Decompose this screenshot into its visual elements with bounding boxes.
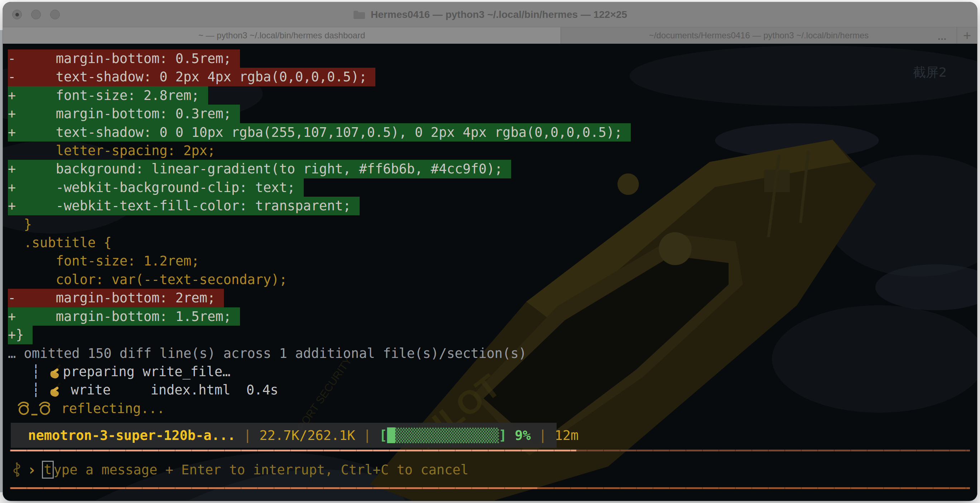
terminal-row: + margin-bottom: 1.5rem; — [8, 307, 977, 326]
model-name: nemotron-3-super-120b-a... — [28, 428, 235, 443]
terminal-row: - margin-bottom: 2rem; — [8, 289, 977, 307]
terminal-row: ┆ preparing write_file… — [8, 363, 977, 381]
input-placeholder: ype a message + Enter to interrupt, Ctrl… — [54, 462, 469, 478]
tab-dashboard-label: ~ — python3 ~/.local/bin/hermes dashboar… — [199, 30, 365, 40]
status-separator: | — [235, 428, 259, 443]
agent-status-bar: nemotron-3-super-120b-a... | 22.7K/262.1… — [11, 423, 557, 448]
input-box-top-border — [10, 450, 970, 451]
terminal-row: + margin-bottom: 0.3rem; — [8, 105, 977, 123]
terminal-row: ┆ write index.html 0.4s — [8, 381, 977, 399]
terminal-row: } — [8, 215, 977, 234]
progress-bar-close: ] — [499, 428, 507, 443]
terminal-row: … omitted 150 diff line(s) across 1 addi… — [8, 344, 977, 363]
new-tab-button[interactable]: + — [957, 27, 977, 44]
status-separator: | — [531, 428, 555, 443]
terminal-row: + font-size: 2.8rem; — [8, 86, 977, 105]
background-window-edge — [0, 30, 3, 492]
progress-bar-filled: █ — [387, 428, 395, 443]
terminal-row: .subtitle { — [8, 234, 977, 252]
minimize-button[interactable] — [31, 10, 41, 19]
tab-hermes[interactable]: ~/documents/Hermes0416 — python3 ~/.loca… — [561, 27, 957, 44]
terminal-output: - margin-bottom: 0.5rem;- text-shadow: 0… — [8, 49, 977, 418]
terminal-row: + -webkit-background-clip: text; — [8, 178, 977, 197]
terminal-row: reflecting... — [8, 400, 977, 418]
terminal-row: font-size: 1.2rem; — [8, 252, 977, 270]
token-usage: 22.7K/262.1K — [259, 428, 355, 443]
terminal-row: +} — [8, 326, 977, 344]
terminal-window: Hermes0416 — python3 ~/.local/bin/hermes… — [3, 2, 977, 501]
prompt-chevron-icon: › — [27, 461, 36, 479]
terminal-row: - text-shadow: 0 2px 4px rgba(0,0,0,0.5)… — [8, 68, 977, 86]
context-percent: 9% — [515, 428, 531, 443]
status-separator: | — [355, 428, 379, 443]
terminal-row: - margin-bottom: 0.5rem; — [8, 49, 977, 68]
terminal-row: + text-shadow: 0 0 10px rgba(255,107,107… — [8, 123, 977, 142]
caduceus-icon — [11, 461, 22, 478]
terminal-row: color: var(--text-secondary); — [8, 271, 977, 289]
tab-hermes-label: ~/documents/Hermes0416 — python3 ~/.loca… — [649, 30, 869, 40]
close-button[interactable] — [12, 10, 22, 19]
window-title: Hermes0416 — python3 ~/.local/bin/hermes… — [371, 9, 627, 21]
tab-bar: ~ — python3 ~/.local/bin/hermes dashboar… — [3, 27, 977, 44]
progress-bar-remaining: ▒▒▒▒▒▒▒▒▒▒▒▒▒ — [395, 428, 499, 443]
text-cursor: t — [42, 461, 53, 479]
tab-dashboard[interactable]: ~ — python3 ~/.local/bin/hermes dashboar… — [3, 27, 561, 44]
terminal-row: + background: linear-gradient(to right, … — [8, 160, 977, 178]
window-titlebar: Hermes0416 — python3 ~/.local/bin/hermes… — [3, 2, 977, 27]
input-box-bottom-border — [10, 487, 970, 489]
elapsed-time: 12m — [555, 428, 579, 443]
disapproval-face-icon — [16, 401, 53, 416]
terminal-content: PILOT PORT SECURITY 截屏2 - margin-bottom:… — [3, 44, 977, 500]
terminal-row: letter-spacing: 2px; — [8, 142, 977, 160]
message-input[interactable]: › type a message + Enter to interrupt, C… — [11, 454, 469, 485]
writing-hand-icon — [48, 382, 63, 397]
zoom-button[interactable] — [50, 10, 60, 19]
writing-hand-icon — [48, 364, 63, 379]
progress-bar-open: [ — [379, 428, 387, 443]
tab-overflow-icon[interactable]: … — [937, 31, 947, 42]
terminal-row: + -webkit-text-fill-color: transparent; — [8, 197, 977, 215]
traffic-lights — [12, 2, 60, 27]
window-title-wrap: Hermes0416 — python3 ~/.local/bin/hermes… — [353, 9, 627, 21]
screenshot-root: Hermes0416 — python3 ~/.local/bin/hermes… — [0, 0, 980, 503]
folder-icon — [353, 10, 366, 20]
